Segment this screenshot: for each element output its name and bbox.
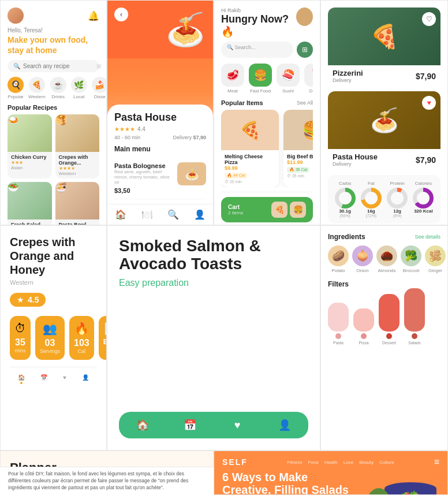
filter-dessert[interactable]: Dessert xyxy=(379,294,400,345)
nav-beauty[interactable]: Beauty xyxy=(359,460,374,465)
macro-carbs: Carbs 30.1g (56%) xyxy=(334,181,356,218)
filter-pasta[interactable]: Pasta xyxy=(328,303,349,345)
stat-difficulty: 📊 Easy xyxy=(99,316,107,360)
fat-pct: (72%) xyxy=(366,214,377,218)
recipe-card-curry[interactable]: 🍛 Chicken Curry ★★★ Asian xyxy=(8,114,52,178)
cart-label: Cart xyxy=(228,204,243,210)
tab-home[interactable]: 🏠 xyxy=(115,209,126,220)
cat-drinks[interactable]: 🍹 Drinks xyxy=(304,64,313,94)
delivery-search[interactable]: 🔍 Search... xyxy=(221,42,293,58)
search-bar[interactable]: 🔍 ⊞ xyxy=(8,60,99,72)
nav-user-s[interactable]: 👤 xyxy=(261,419,308,431)
protein-label: Protein xyxy=(390,181,404,186)
filter-icon[interactable]: ⊞ xyxy=(96,63,101,69)
filter-label-salads: Salads xyxy=(408,341,420,345)
filters-title: Filters xyxy=(328,280,440,288)
cat-meat[interactable]: 🥩 Meat xyxy=(221,64,244,94)
food-delivery-panel: Hi Rakib Hungry Now? 🔥 🔍 Search... ⊞ 🥩 M… xyxy=(214,0,320,225)
calories-tag-b: 🔥 36 Cal xyxy=(287,167,309,173)
tab-home-c[interactable]: 🏠 xyxy=(18,374,25,384)
nav-culture[interactable]: Culture xyxy=(379,460,394,465)
filter-pizza[interactable]: Pizza xyxy=(353,308,374,345)
pizza-image: 🍕 xyxy=(221,110,279,150)
filter-bar-dessert xyxy=(379,294,400,332)
item-desc: Red wine, agoeth, beef mince, cherry tom… xyxy=(114,169,174,185)
macro-protein: Protein 12g (8%) xyxy=(386,181,409,218)
pizza-details: Melting Cheese Pizza $9.99 🔥 44 Cal ⏱ 20… xyxy=(221,150,279,187)
item-burger[interactable]: 🍔 Big Beef Burger $11.99 🔥 36 Cal ⏱ 35 m… xyxy=(283,110,313,187)
filter-salads[interactable]: Salads xyxy=(404,288,425,345)
tab-user-c[interactable]: 👤 xyxy=(82,374,89,384)
rest-price-pasta: $7,90 xyxy=(416,155,436,165)
tab-heart-c[interactable]: ♥ xyxy=(63,374,66,384)
ing-ginger: 🫚 Ginger xyxy=(425,245,446,273)
fat-label: Fat xyxy=(368,181,375,186)
servings-label: Servings xyxy=(40,348,60,354)
cart-img-2: 🍔 xyxy=(290,202,306,218)
ginger-name: Ginger xyxy=(428,268,442,273)
nav-food[interactable]: Food xyxy=(308,460,318,465)
crepes-category: Western xyxy=(10,279,97,286)
commentary-text: Pour le côté DIY, fait maison, le fond a… xyxy=(8,471,188,490)
star-icon: ★★★★ xyxy=(114,126,135,132)
tab-profile[interactable]: 👤 xyxy=(194,209,206,220)
tab-search[interactable]: 🔍 xyxy=(167,209,179,220)
recipe-card-bowl[interactable]: 🍜 Pasta Bowl ★★★★ Italian xyxy=(55,182,100,225)
broccoli-name: Broccoli xyxy=(403,268,419,273)
category-disse[interactable]: 🍰 Disse xyxy=(92,77,107,99)
see-details-link[interactable]: See details xyxy=(415,234,440,240)
pizzerini-info: Pizzerini Delivery $7,90 xyxy=(328,65,440,87)
category-drinks[interactable]: ☕ Drinks xyxy=(50,77,66,99)
nav-home-s[interactable]: 🏠 xyxy=(119,419,166,431)
bell-icon[interactable]: 🔔 xyxy=(88,10,99,21)
item-name: Pasta Bolognese xyxy=(114,162,174,169)
see-all-link[interactable]: See All xyxy=(297,100,313,106)
menu-title: Main menu xyxy=(114,145,206,153)
rest-delivery-pizzerini: Delivery xyxy=(333,77,363,83)
search-input[interactable] xyxy=(23,63,96,69)
filter-dot-pasta xyxy=(335,333,341,339)
category-local[interactable]: 🌿 Local xyxy=(71,77,87,99)
tab-cal-c[interactable]: 📅 xyxy=(40,374,47,384)
stat-servings: 👥 03 Servings xyxy=(35,316,65,360)
recipe-card-salad[interactable]: 🥗 Fresh Salad ★★★ Healthy xyxy=(8,182,52,225)
item-pizza[interactable]: 🍕 Melting Cheese Pizza $9.99 🔥 44 Cal ⏱ … xyxy=(221,110,279,187)
restaurants-panel: 🍕 ♡ Pizzerini Delivery $7,90 🍝 ♥ Pasta H… xyxy=(320,0,448,225)
heart-pizzerini[interactable]: ♡ xyxy=(422,12,436,26)
popular-title: Popular Items xyxy=(221,99,263,106)
calories-value: 320 Kcal xyxy=(414,209,432,214)
nav-calendar-s[interactable]: 📅 xyxy=(166,419,214,431)
nav-love[interactable]: Love xyxy=(344,460,353,465)
rating-row: ★★★★ 4.4 xyxy=(114,126,206,132)
cat-sushi[interactable]: 🍣 Sushi xyxy=(277,64,300,94)
nav-health[interactable]: Health xyxy=(324,460,338,465)
menu-item-bolognese[interactable]: Pasta Bolognese Red wine, agoeth, beef m… xyxy=(114,158,206,199)
category-popular[interactable]: 🍳 Popular xyxy=(8,77,24,99)
recipe-card-crepes[interactable]: 🥞 Crepes with Orange... ★★★★ Western xyxy=(55,114,100,178)
filter-button[interactable]: ⊞ xyxy=(297,42,313,58)
recipe-img-curry: 🍛 xyxy=(8,114,52,152)
bowl-shape: 🥗 xyxy=(384,482,436,495)
rating-value: 4.4 xyxy=(137,126,145,132)
time-tag: ⏱ 20 min xyxy=(225,180,275,184)
heart-pastahouse[interactable]: ♥ xyxy=(422,96,436,110)
cat-fastfood[interactable]: 🍔 Fast Food xyxy=(249,64,272,94)
macro-fat: Fat 16g (72%) xyxy=(360,181,382,218)
hamburger-icon[interactable]: ≡ xyxy=(434,457,439,467)
nav-heart-s[interactable]: ♥ xyxy=(214,419,261,431)
recipe-sub: Asian xyxy=(11,165,48,170)
stats-row: ⏱ 35 mins 👥 03 Servings 🔥 103 Cal 📊 Easy xyxy=(10,316,97,360)
tab-menu[interactable]: 🍽️ xyxy=(141,209,153,220)
cal-icon: 🔥 xyxy=(74,322,89,336)
nav-fitness[interactable]: Fitness xyxy=(288,460,303,465)
rest-card-pastahouse[interactable]: 🍝 ♥ Pasta House Delivery $7,90 xyxy=(328,91,440,170)
ingredients-title: Ingredients xyxy=(328,233,365,241)
category-western[interactable]: 🍕 Western xyxy=(28,77,46,99)
cart-bar[interactable]: Cart 2 Items 🍕 🍔 xyxy=(221,197,313,222)
back-button[interactable]: ‹ xyxy=(114,8,128,21)
time-value: 35 xyxy=(15,337,25,348)
macro-calories: Calories 320 Kcal xyxy=(412,181,435,218)
servings-value: 03 xyxy=(45,338,55,348)
filter-label-pasta: Pasta xyxy=(333,341,344,345)
rest-card-pizzerini[interactable]: 🍕 ♡ Pizzerini Delivery $7,90 xyxy=(328,8,440,87)
